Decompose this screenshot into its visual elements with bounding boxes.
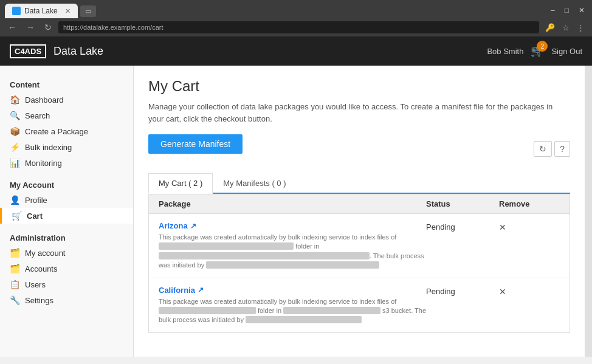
account-icon: 🗂️ bbox=[10, 248, 20, 258]
generate-manifest-button[interactable]: Generate Manifest bbox=[148, 134, 243, 154]
address-bar[interactable] bbox=[58, 21, 539, 33]
table-row: Arizona ↗ This package was created autom… bbox=[149, 214, 570, 278]
minimize-button[interactable]: – bbox=[548, 5, 557, 16]
sidebar-item-search[interactable]: 🔍 Search bbox=[0, 108, 133, 123]
sidebar-label-bulk-indexing: Bulk indexing bbox=[25, 143, 72, 152]
header-status: Status bbox=[426, 199, 499, 208]
admin-section-label: Administration bbox=[0, 228, 133, 245]
settings-icon: 🔧 bbox=[10, 295, 20, 305]
status-arizona: Pending bbox=[426, 221, 499, 232]
page-title: My Cart bbox=[148, 78, 570, 95]
forward-button[interactable]: → bbox=[23, 21, 38, 33]
package-desc-california: This package was created automatically b… bbox=[159, 297, 426, 325]
tab-favicon bbox=[12, 7, 21, 15]
blurred-text: ████████████████████████████████████████… bbox=[159, 252, 370, 259]
remove-california-button[interactable]: ✕ bbox=[499, 286, 560, 297]
bulk-icon: ⚡ bbox=[10, 142, 20, 152]
accounts-icon: 🗂️ bbox=[10, 264, 20, 273]
sidebar-item-monitoring[interactable]: 📊 Monitoring bbox=[0, 155, 133, 171]
menu-icon[interactable]: ⋮ bbox=[574, 22, 587, 33]
sidebar-label-cart: Cart bbox=[27, 211, 43, 221]
package-icon: 📦 bbox=[10, 126, 20, 136]
page-description: Manage your collection of data lake pack… bbox=[148, 101, 570, 125]
sidebar-label-create-package: Create a Package bbox=[25, 127, 88, 136]
sidebar: Content 🏠 Dashboard 🔍 Search 📦 Create a … bbox=[0, 66, 134, 357]
my-account-section-label: My Account bbox=[0, 176, 133, 192]
home-icon: 🏠 bbox=[10, 95, 20, 105]
package-desc-arizona: This package was created automatically b… bbox=[159, 233, 426, 270]
table-row: California ↗ This package was created au… bbox=[149, 278, 570, 332]
blurred-text: ████████████████████████████████████ bbox=[206, 261, 379, 269]
sidebar-label-settings: Settings bbox=[25, 296, 53, 305]
main-content: My Cart Manage your collection of data l… bbox=[134, 66, 585, 357]
tab-label: Data Lake bbox=[24, 7, 58, 15]
sidebar-label-monitoring: Monitoring bbox=[25, 159, 62, 168]
sidebar-item-settings[interactable]: 🔧 Settings bbox=[0, 292, 133, 308]
sidebar-label-dashboard: Dashboard bbox=[25, 95, 64, 105]
sidebar-label-profile: Profile bbox=[25, 196, 47, 205]
app-title: Data Lake bbox=[53, 45, 487, 58]
package-name-california: California ↗ bbox=[159, 286, 426, 295]
browser-tab[interactable]: Data Lake ✕ bbox=[5, 4, 78, 18]
blurred-text: ████████████████████████████ bbox=[159, 242, 294, 250]
tabs: My Cart ( 2 ) My Manifests ( 0 ) bbox=[148, 173, 570, 194]
monitoring-icon: 📊 bbox=[10, 158, 20, 168]
sidebar-label-my-account: My account bbox=[25, 249, 65, 258]
sidebar-item-users[interactable]: 📋 Users bbox=[0, 276, 133, 292]
tab-close-button[interactable]: ✕ bbox=[65, 7, 71, 15]
user-name: Bob Smith bbox=[487, 47, 523, 56]
header-remove: Remove bbox=[499, 199, 560, 208]
back-button[interactable]: ← bbox=[5, 21, 19, 33]
logo: C4ADS bbox=[10, 44, 46, 58]
blurred-text: ████████████████████ bbox=[283, 307, 380, 314]
blurred-text: ████████████████████████ bbox=[246, 316, 362, 323]
tab-my-manifests[interactable]: My Manifests ( 0 ) bbox=[213, 173, 296, 193]
header-package: Package bbox=[159, 199, 426, 208]
content-section-label: Content bbox=[0, 75, 133, 92]
sidebar-label-search: Search bbox=[25, 111, 50, 120]
remove-arizona-button[interactable]: ✕ bbox=[499, 221, 560, 232]
sidebar-label-accounts: Accounts bbox=[25, 264, 57, 273]
scrollbar[interactable] bbox=[585, 66, 592, 357]
packages-table: Package Status Remove Arizona ↗ This pac… bbox=[148, 194, 570, 333]
sidebar-item-dashboard[interactable]: 🏠 Dashboard bbox=[0, 92, 133, 108]
external-link-icon-arizona[interactable]: ↗ bbox=[190, 222, 196, 230]
sidebar-item-my-account[interactable]: 🗂️ My account bbox=[0, 245, 133, 261]
sidebar-item-accounts[interactable]: 🗂️ Accounts bbox=[0, 261, 133, 276]
users-icon: 📋 bbox=[10, 280, 20, 289]
key-icon: 🔑 bbox=[543, 22, 557, 33]
blurred-text: ████████████████████ bbox=[159, 307, 256, 314]
package-info-california: California ↗ This package was created au… bbox=[159, 286, 426, 325]
cart-button[interactable]: 🛒 2 bbox=[531, 44, 544, 58]
profile-icon: 👤 bbox=[10, 195, 20, 205]
reload-button[interactable]: ↻ bbox=[41, 21, 55, 33]
cart-nav-icon: 🛒 bbox=[12, 211, 22, 221]
new-tab-button[interactable]: ▭ bbox=[80, 5, 96, 17]
sidebar-label-users: Users bbox=[25, 280, 46, 289]
help-button[interactable]: ? bbox=[554, 141, 570, 157]
close-button[interactable]: ✕ bbox=[576, 5, 587, 16]
sign-out-button[interactable]: Sign Out bbox=[551, 47, 582, 56]
refresh-button[interactable]: ↻ bbox=[534, 141, 552, 157]
external-link-icon-california[interactable]: ↗ bbox=[198, 286, 204, 294]
package-name-arizona: Arizona ↗ bbox=[159, 221, 426, 230]
maximize-button[interactable]: □ bbox=[562, 5, 571, 16]
sidebar-item-bulk-indexing[interactable]: ⚡ Bulk indexing bbox=[0, 139, 133, 155]
package-info-arizona: Arizona ↗ This package was created autom… bbox=[159, 221, 426, 270]
sidebar-item-profile[interactable]: 👤 Profile bbox=[0, 192, 133, 208]
sidebar-item-create-package[interactable]: 📦 Create a Package bbox=[0, 123, 133, 139]
status-california: Pending bbox=[426, 286, 499, 296]
cart-badge: 2 bbox=[537, 41, 548, 52]
sidebar-item-cart[interactable]: 🛒 Cart bbox=[0, 208, 133, 224]
table-header: Package Status Remove bbox=[149, 194, 570, 214]
search-icon: 🔍 bbox=[10, 111, 20, 120]
star-icon[interactable]: ☆ bbox=[560, 22, 572, 33]
tab-my-cart[interactable]: My Cart ( 2 ) bbox=[148, 173, 213, 194]
